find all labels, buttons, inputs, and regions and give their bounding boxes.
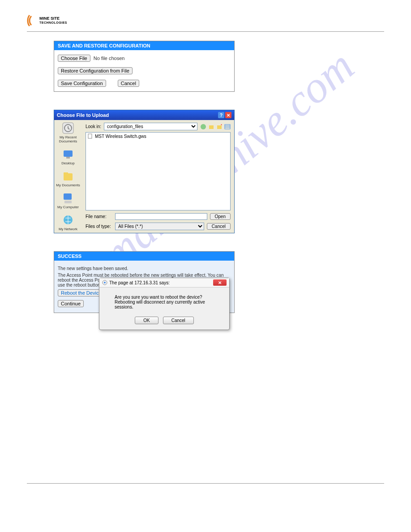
- sidebar-mynetwork[interactable]: My Network: [59, 214, 77, 231]
- lookin-label: Look in:: [86, 124, 101, 129]
- reboot-button[interactable]: Reboot the Device: [58, 289, 105, 296]
- no-file-label: No file chosen: [94, 56, 125, 61]
- filename-input[interactable]: [115, 213, 207, 220]
- file-icon: [88, 133, 93, 139]
- help-icon[interactable]: ?: [218, 112, 224, 118]
- file-item-name: MST Wireless Switch.gws: [95, 134, 146, 139]
- file-cancel-button[interactable]: Cancel: [207, 223, 231, 230]
- sidebar-mydocs-label: My Documents: [56, 183, 80, 187]
- confirm-ok-button[interactable]: OK: [135, 317, 158, 324]
- recent-docs-icon: [62, 122, 74, 134]
- confirm-line2: Rebooting will disconnect any currently …: [115, 300, 218, 309]
- confirm-close-icon[interactable]: ✕: [213, 279, 227, 286]
- logo-icon: [27, 13, 38, 28]
- panel1-title: SAVE AND RESTORE CONFIGURATION: [54, 41, 234, 50]
- svg-rect-7: [64, 201, 72, 203]
- file-upload-dialog: Choose File to Upload ? ✕ My Recent Docu…: [54, 110, 235, 233]
- close-icon[interactable]: ✕: [225, 112, 231, 118]
- open-button[interactable]: Open: [210, 213, 231, 220]
- file-dialog-title: Choose File to Upload: [57, 112, 109, 118]
- lookin-select[interactable]: configuration_files: [104, 123, 197, 130]
- svg-rect-6: [64, 193, 72, 200]
- back-icon[interactable]: [200, 124, 206, 130]
- cancel-button[interactable]: Cancel: [118, 80, 139, 87]
- filename-label: File name:: [86, 214, 112, 219]
- save-config-button[interactable]: Save Configuration: [58, 80, 106, 87]
- page-header: MINE SITE TECHNOLOGIES: [27, 13, 384, 32]
- svg-rect-3: [66, 157, 70, 159]
- sidebar-mydocuments[interactable]: My Documents: [56, 170, 80, 187]
- logo-line2: TECHNOLOGIES: [39, 21, 67, 25]
- logo: MINE SITE TECHNOLOGIES: [27, 13, 67, 28]
- file-list-area[interactable]: MST Wireless Switch.gws: [86, 132, 231, 210]
- desktop-icon: [62, 148, 74, 160]
- mycomputer-icon: [62, 192, 74, 204]
- viewmode-icon[interactable]: [224, 124, 231, 130]
- file-item[interactable]: MST Wireless Switch.gws: [88, 133, 228, 139]
- panel3-title: SUCCESS: [54, 252, 234, 261]
- confirm-dialog: The page at 172.16.3.31 says: ✕ Are you …: [99, 278, 230, 330]
- sidebar-recent-documents[interactable]: My Recent Documents: [54, 122, 82, 143]
- success-msg1: The new settings have been saved.: [58, 266, 231, 271]
- sidebar-desktop[interactable]: Desktop: [61, 148, 74, 165]
- newfolder-icon[interactable]: *: [216, 124, 223, 130]
- logo-line1: MINE SITE: [39, 17, 67, 21]
- save-restore-panel: SAVE AND RESTORE CONFIGURATION Choose Fi…: [54, 41, 235, 92]
- filetype-label: Files of type:: [86, 224, 112, 229]
- svg-rect-2: [64, 150, 73, 157]
- confirm-cancel-button[interactable]: Cancel: [163, 317, 194, 324]
- svg-rect-4: [64, 173, 73, 180]
- sidebar-mynet-label: My Network: [59, 227, 77, 231]
- svg-rect-5: [64, 172, 68, 174]
- svg-rect-16: [88, 134, 92, 138]
- choose-file-button[interactable]: Choose File: [58, 55, 90, 62]
- sidebar-desktop-label: Desktop: [61, 161, 74, 165]
- up-icon[interactable]: [208, 124, 214, 130]
- svg-text:*: *: [221, 124, 222, 127]
- svg-rect-10: [209, 125, 214, 129]
- confirm-title-text: The page at 172.16.3.31 says:: [109, 280, 170, 285]
- filetype-select[interactable]: All Files (*.*): [115, 223, 204, 230]
- svg-point-9: [201, 124, 206, 129]
- success-panel: SUCCESS The new settings have been saved…: [54, 251, 235, 313]
- footer-divider: [27, 483, 384, 493]
- svg-rect-13: [225, 124, 230, 129]
- restore-config-button[interactable]: Restore Configuration from File: [58, 67, 133, 74]
- sidebar-mycomp-label: My Computer: [57, 205, 79, 209]
- continue-button[interactable]: Continue: [58, 300, 84, 307]
- chrome-icon: [102, 280, 107, 285]
- mydocs-icon: [62, 170, 74, 182]
- confirm-line1: Are you sure you want to reboot the devi…: [115, 295, 218, 300]
- sidebar-recent-label: My Recent Documents: [54, 135, 82, 143]
- sidebar-mycomputer[interactable]: My Computer: [57, 192, 79, 209]
- mynetwork-icon: [62, 214, 74, 226]
- svg-point-18: [104, 282, 106, 283]
